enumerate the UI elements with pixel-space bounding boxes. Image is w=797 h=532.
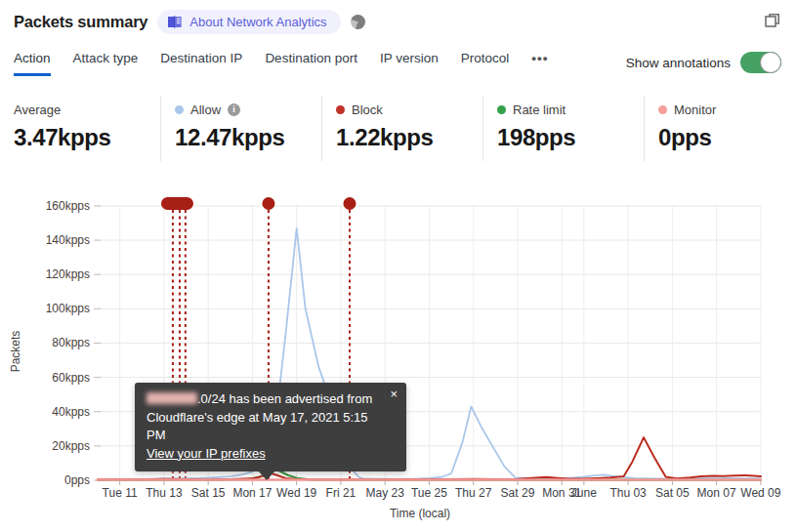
stat-value: 198pps <box>497 124 644 151</box>
svg-text:Packets: Packets <box>9 331 22 373</box>
svg-text:100kpps: 100kpps <box>46 302 90 315</box>
svg-text:40kpps: 40kpps <box>52 405 90 419</box>
svg-text:Sat 15: Sat 15 <box>191 486 226 500</box>
tab-protocol[interactable]: Protocol <box>461 51 510 76</box>
tooltip-line1: .0/24 has been advertised from <box>197 391 372 406</box>
stat-label: Monitor <box>674 102 716 117</box>
svg-text:Fri 21: Fri 21 <box>326 486 357 500</box>
svg-text:80kpps: 80kpps <box>52 336 90 349</box>
page-title: Packets summary <box>14 13 147 31</box>
stat-value: 12.47kpps <box>175 124 321 151</box>
svg-text:Thu 27: Thu 27 <box>455 486 492 500</box>
show-annotations-label: Show annotations <box>626 56 731 70</box>
svg-text:Tue 11: Tue 11 <box>103 486 138 500</box>
stat-average: Average 3.47kpps <box>0 96 161 161</box>
book-icon <box>167 16 183 29</box>
stat-label: Average <box>14 102 61 117</box>
stat-value: 0pps <box>658 124 791 151</box>
annotation-tooltip: × .0/24 has been advertised from Cloudfl… <box>135 383 406 471</box>
dimension-tabs: Action Attack type Destination IP Destin… <box>14 51 548 76</box>
show-annotations-control: Show annotations <box>626 52 781 73</box>
info-icon[interactable]: i <box>228 103 240 116</box>
svg-text:Thu 13: Thu 13 <box>146 486 183 500</box>
svg-text:60kpps: 60kpps <box>52 371 90 385</box>
stat-label: Rate limit <box>513 102 566 117</box>
svg-text:160kpps: 160kpps <box>46 199 90 213</box>
pie-icon[interactable] <box>351 15 365 29</box>
about-network-analytics-badge[interactable]: About Network Analytics <box>157 10 340 34</box>
tab-ip-version[interactable]: IP version <box>380 51 439 76</box>
stat-monitor: Monitor 0pps <box>645 96 791 161</box>
monitor-dot <box>658 105 667 114</box>
badge-label: About Network Analytics <box>189 15 326 29</box>
close-icon[interactable]: × <box>390 388 398 400</box>
stat-rate-limit: Rate limit 198pps <box>483 96 645 161</box>
svg-text:Sat 05: Sat 05 <box>655 486 690 500</box>
svg-text:Time (local): Time (local) <box>390 507 450 520</box>
svg-text:Wed 09: Wed 09 <box>740 486 780 500</box>
view-ip-prefixes-link[interactable]: View your IP prefixes <box>147 446 266 461</box>
svg-text:120kpps: 120kpps <box>46 267 90 281</box>
show-annotations-toggle[interactable] <box>740 52 781 73</box>
block-dot <box>336 105 345 114</box>
stat-label: Allow <box>190 102 221 117</box>
svg-text:140kpps: 140kpps <box>46 233 90 247</box>
redacted-ip-prefix <box>147 392 197 404</box>
tooltip-line2: Cloudflare's edge at May 17, 2021 5:15 P… <box>147 410 368 443</box>
tooltip-caret <box>258 471 275 480</box>
svg-text:Tue 25: Tue 25 <box>411 486 447 500</box>
tab-destination-ip[interactable]: Destination IP <box>160 51 242 76</box>
svg-text:Wed 19: Wed 19 <box>276 486 316 500</box>
svg-text:Sat 29: Sat 29 <box>501 486 535 500</box>
tab-attack-type[interactable]: Attack type <box>73 51 139 76</box>
svg-text:20kpps: 20kpps <box>52 439 90 453</box>
stat-value: 1.22kpps <box>336 124 482 151</box>
toggle-knob <box>760 52 781 73</box>
allow-dot <box>175 105 184 114</box>
svg-text:Mon 17: Mon 17 <box>232 486 272 500</box>
more-tabs-button[interactable]: ••• <box>531 51 548 76</box>
svg-text:0pps: 0pps <box>64 473 90 487</box>
stat-block: Block 1.22kpps <box>322 96 483 161</box>
rate-limit-dot <box>497 105 506 114</box>
stat-label: Block <box>352 102 383 117</box>
page-header: Packets summary About Network Analytics <box>14 10 365 34</box>
summary-stats: Average 3.47kpps Allow i 12.47kpps Block… <box>0 96 791 161</box>
tab-action[interactable]: Action <box>14 51 51 76</box>
svg-text:Thu 03: Thu 03 <box>609 486 647 500</box>
stat-value: 3.47kpps <box>14 124 160 151</box>
svg-text:May 23: May 23 <box>366 486 405 500</box>
packets-time-series-chart[interactable]: 0pps20kpps40kpps60kpps80kpps100kpps120kp… <box>0 190 797 532</box>
tab-destination-port[interactable]: Destination port <box>265 51 357 76</box>
expand-icon[interactable] <box>764 12 781 29</box>
svg-text:Mon 07: Mon 07 <box>697 486 736 500</box>
stat-allow: Allow i 12.47kpps <box>161 96 322 161</box>
svg-text:June: June <box>571 486 597 500</box>
